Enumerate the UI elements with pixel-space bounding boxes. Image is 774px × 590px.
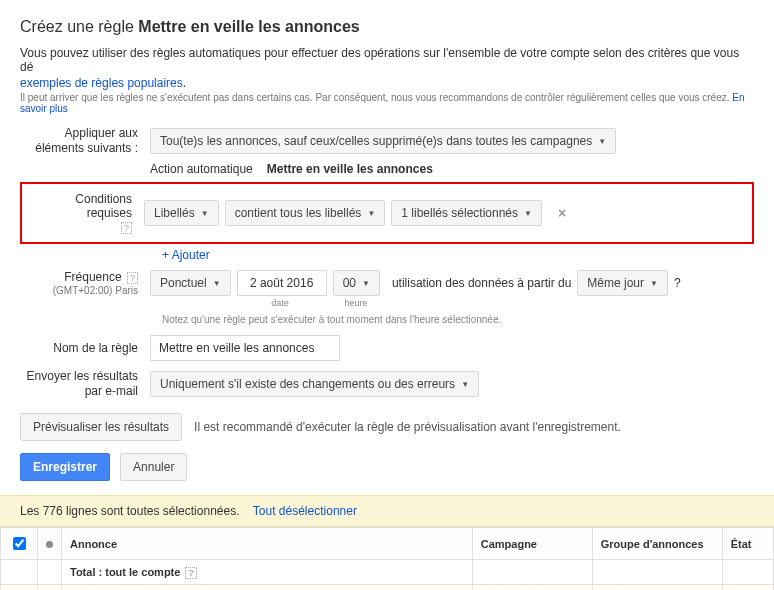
preview-button[interactable]: Prévisualiser les résultats <box>20 413 182 441</box>
conditions-box: Conditions requises ? Libellés ▼ contien… <box>20 182 754 244</box>
help-icon[interactable]: ? <box>674 276 681 290</box>
help-icon[interactable]: ? <box>185 567 197 579</box>
caret-down-icon: ▼ <box>213 279 221 288</box>
col-groupe[interactable]: Groupe d'annonces <box>592 528 722 560</box>
hour-sublabel: heure <box>328 298 384 308</box>
action-label: Action automatique <box>150 162 253 176</box>
page-title: Créez une règle Mettre en veille les ann… <box>20 18 754 36</box>
email-label: Envoyer les résultats par e-mail <box>20 369 150 399</box>
col-etat[interactable]: État <box>722 528 773 560</box>
title-prefix: Créez une règle <box>20 18 134 35</box>
help-icon[interactable]: ? <box>121 222 132 234</box>
preview-recommendation: Il est recommandé d'exécuter la règle de… <box>194 420 621 434</box>
frequency-mode-dropdown[interactable]: Ponctuel ▼ <box>150 270 231 296</box>
col-campagne[interactable]: Campagne <box>472 528 592 560</box>
title-rule-name: Mettre en veille les annonces <box>138 18 359 35</box>
caret-down-icon: ▼ <box>598 137 606 146</box>
caret-down-icon: ▼ <box>201 209 209 218</box>
frequency-sameday-dropdown[interactable]: Même jour ▼ <box>577 270 668 296</box>
rulename-label: Nom de la règle <box>20 341 150 355</box>
table-total-row: Total : tout le compte ? <box>1 560 774 585</box>
frequency-note: Notez qu'une règle peut s'exécuter à tou… <box>162 314 754 325</box>
apply-to-dropdown[interactable]: Tou(te)s les annonces, sauf ceux/celles … <box>150 128 616 154</box>
condition-field-dropdown[interactable]: Libellés ▼ <box>144 200 219 226</box>
caret-down-icon: ▼ <box>461 380 469 389</box>
frequency-date-input[interactable] <box>237 270 327 296</box>
intro-text: Vous pouvez utiliser des règles automati… <box>20 46 754 74</box>
results-table: Annonce Campagne Groupe d'annonces État … <box>0 527 774 590</box>
table-row[interactable]: blurred blurred blurred blurred blurred … <box>1 585 774 591</box>
help-icon[interactable]: ? <box>127 272 138 284</box>
select-all-checkbox[interactable] <box>13 537 26 550</box>
condition-value-dropdown[interactable]: 1 libellés sélectionnés ▼ <box>391 200 542 226</box>
caret-down-icon: ▼ <box>367 209 375 218</box>
cancel-button[interactable]: Annuler <box>120 453 187 481</box>
col-annonce[interactable]: Annonce <box>62 528 473 560</box>
add-condition-link[interactable]: + Ajouter <box>162 248 754 262</box>
selection-bar: Les 776 lignes sont toutes sélectionnées… <box>0 495 774 527</box>
date-sublabel: date <box>232 298 328 308</box>
examples-link[interactable]: exemples de règles populaires <box>20 76 183 90</box>
save-button[interactable]: Enregistrer <box>20 453 110 481</box>
apply-to-label: Appliquer aux éléments suivants : <box>20 126 150 156</box>
rulename-input[interactable] <box>150 335 340 361</box>
selection-text: Les 776 lignes sont toutes sélectionnées… <box>20 504 239 518</box>
intro-subtext: Il peut arriver que les règles ne s'exéc… <box>20 92 754 114</box>
frequency-hour-dropdown[interactable]: 00 ▼ <box>333 270 380 296</box>
condition-operator-dropdown[interactable]: contient tous les libellés ▼ <box>225 200 386 226</box>
caret-down-icon: ▼ <box>524 209 532 218</box>
email-dropdown[interactable]: Uniquement s'il existe des changements o… <box>150 371 479 397</box>
status-dot-icon <box>46 541 53 548</box>
action-value: Mettre en veille les annonces <box>267 162 433 176</box>
frequency-label: Fréquence ? (GMT+02:00) Paris <box>20 270 150 298</box>
caret-down-icon: ▼ <box>362 279 370 288</box>
frequency-usage-text: utilisation des données à partir du <box>392 276 571 290</box>
remove-condition-button[interactable]: × <box>552 205 572 221</box>
caret-down-icon: ▼ <box>650 279 658 288</box>
status-header[interactable] <box>38 528 62 560</box>
deselect-all-link[interactable]: Tout désélectionner <box>253 504 357 518</box>
conditions-label: Conditions requises ? <box>28 192 144 234</box>
